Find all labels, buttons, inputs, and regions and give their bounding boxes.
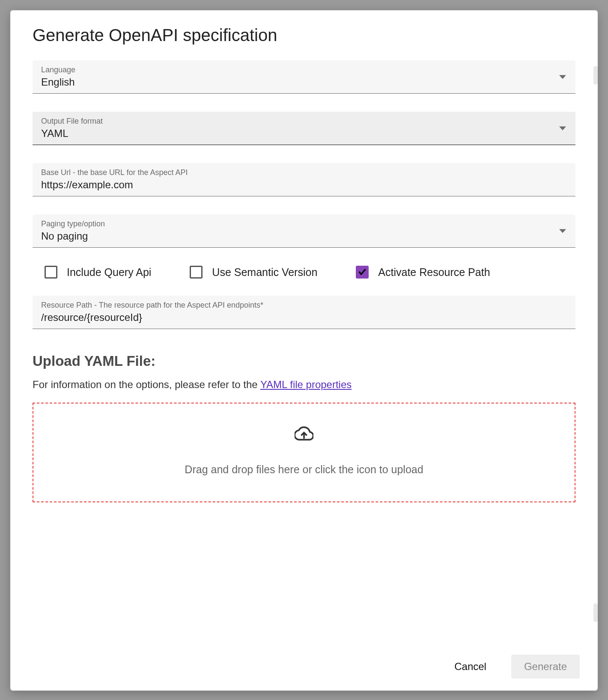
dropdown-caret-icon (559, 229, 566, 233)
resource-path-value: /resource/{resourceId} (41, 311, 567, 323)
cancel-button[interactable]: Cancel (441, 655, 499, 679)
dropdown-caret-icon (559, 126, 566, 130)
dialog-body: Generate OpenAPI specification Language … (10, 10, 598, 647)
language-select[interactable]: Language English (33, 60, 575, 94)
dropzone-text: Drag and drop files here or click the ic… (42, 463, 566, 476)
include-query-api-label: Include Query Api (67, 266, 151, 279)
paging-label: Paging type/option (41, 219, 567, 228)
language-label: Language (41, 65, 567, 74)
output-format-label: Output File format (41, 117, 567, 126)
include-query-api-checkbox[interactable]: Include Query Api (45, 266, 151, 279)
paging-select[interactable]: Paging type/option No paging (33, 214, 575, 248)
dropdown-caret-icon (559, 75, 566, 79)
scrollbar-thumb[interactable] (593, 66, 598, 85)
generate-button[interactable]: Generate (511, 655, 580, 679)
base-url-field[interactable]: Base Url - the base URL for the Aspect A… (33, 163, 575, 196)
output-format-select[interactable]: Output File format YAML (33, 112, 575, 145)
upload-help-prefix: For information on the options, please r… (33, 379, 260, 390)
upload-section-title: Upload YAML File: (33, 353, 575, 369)
base-url-value: https://example.com (41, 179, 567, 191)
paging-value: No paging (41, 230, 567, 242)
scrollbar-thumb[interactable] (593, 603, 598, 622)
cloud-upload-icon (295, 424, 313, 443)
use-semantic-version-label: Use Semantic Version (212, 266, 317, 279)
dialog-title: Generate OpenAPI specification (33, 26, 575, 45)
yaml-properties-link[interactable]: YAML file properties (260, 379, 352, 390)
resource-path-label: Resource Path - The resource path for th… (41, 301, 567, 310)
activate-resource-path-checkbox[interactable]: Activate Resource Path (356, 266, 490, 279)
dialog: Generate OpenAPI specification Language … (10, 10, 598, 691)
upload-dropzone[interactable]: Drag and drop files here or click the ic… (33, 403, 575, 502)
output-format-value: YAML (41, 128, 567, 139)
dialog-actions: Cancel Generate (10, 647, 598, 691)
use-semantic-version-checkbox[interactable]: Use Semantic Version (190, 266, 317, 279)
activate-resource-path-label: Activate Resource Path (378, 266, 490, 279)
options-row: Include Query Api Use Semantic Version A… (33, 266, 575, 279)
checkbox-box-icon (190, 266, 203, 279)
base-url-label: Base Url - the base URL for the Aspect A… (41, 168, 567, 177)
upload-help-text: For information on the options, please r… (33, 379, 575, 391)
resource-path-field[interactable]: Resource Path - The resource path for th… (33, 296, 575, 329)
language-value: English (41, 76, 567, 88)
checkbox-box-icon (356, 266, 369, 279)
checkbox-box-icon (45, 266, 57, 279)
